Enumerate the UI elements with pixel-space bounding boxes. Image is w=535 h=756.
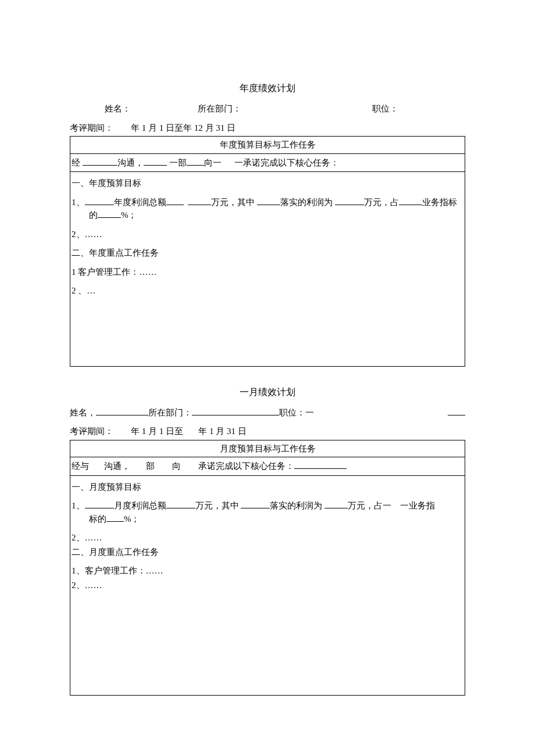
blank-field[interactable]	[257, 196, 280, 205]
annual-box-sub: 经 沟通， 一部向一 一承诺完成以下核心任务：	[70, 154, 465, 173]
t: 业务指标	[422, 198, 457, 207]
sub-p1: 经与	[72, 461, 89, 471]
blank-field[interactable]	[85, 500, 114, 508]
blank-field[interactable]	[83, 157, 117, 166]
sub-p1: 经	[72, 158, 83, 167]
sub-p4: 向一	[204, 158, 222, 167]
monthly-period-row: 考评期间： 年 1 月 1 日至 年 1 月 31 日	[70, 425, 465, 438]
t: 万元，其中	[195, 501, 241, 510]
period-text: 年 1 月 1 日至年 12 月 31 日	[131, 123, 236, 132]
t: 万元，其中	[211, 198, 257, 207]
annual-name-cell: 姓名：	[70, 102, 198, 116]
period-text2: 年 1 月 31 日	[198, 427, 247, 436]
blank-field[interactable]	[192, 407, 279, 415]
sub-p4: 向	[172, 461, 181, 471]
monthly-info-row: 姓名，所在部门：职位：一	[70, 406, 465, 420]
s2-line1: 1 客户管理工作：……	[72, 266, 463, 279]
monthly-title: 一月绩效计划	[70, 385, 465, 399]
annual-box-body: 一、年度预算目标 1、年度利润总额 万元，其中 落实的利润为 万元，占业务指标 …	[70, 172, 465, 366]
annual-pos-cell: 职位：	[372, 102, 465, 116]
t: 的	[89, 210, 98, 220]
s2-line2: 2 、…	[72, 284, 463, 298]
t: %；	[121, 210, 137, 220]
blank-field[interactable]	[188, 196, 211, 205]
blank-field[interactable]	[241, 500, 270, 508]
annual-dept-cell: 所在部门：	[198, 102, 372, 116]
m-s2-title: 二、月度重点工作任务	[72, 546, 463, 559]
sub-p5: 一承诺完成以下核心任务：	[234, 158, 339, 167]
t: 万元，占	[364, 198, 399, 207]
t: 1、	[72, 501, 85, 510]
sub-p2: 沟通，	[104, 461, 130, 471]
monthly-box: 月度预算目标与工作任务 经与 沟通， 部 向 承诺完成以下核心任务： 一、月度预…	[70, 440, 465, 696]
m-s1-line2: 2、……	[72, 531, 463, 544]
annual-period-row: 考评期间： 年 1 月 1 日至年 12 月 31 日	[70, 121, 465, 135]
period-prefix: 考评期间：	[70, 123, 113, 132]
blank-field[interactable]	[96, 407, 148, 415]
annual-title: 年度绩效计划	[70, 81, 465, 95]
label-pos: 职位：	[372, 102, 398, 116]
section-gap	[70, 367, 465, 385]
blank-field[interactable]	[144, 157, 167, 166]
label-dept: 所在部门：	[148, 408, 192, 417]
period-prefix: 考评期间：	[70, 427, 113, 436]
t: 年度利润总额	[114, 198, 166, 207]
s1-line1-cont: 的%；	[72, 209, 463, 222]
t: 1、	[72, 198, 85, 207]
m-s2-line1: 1、客户管理工作：……	[72, 564, 463, 578]
s1-line2: 2、……	[72, 228, 463, 241]
m-s2-line2: 2、……	[72, 579, 463, 592]
t: 月度利润总额	[114, 501, 166, 510]
t: 标的	[89, 514, 106, 524]
sub-p2: 沟通，	[117, 158, 144, 167]
label-name: 姓名，	[70, 408, 96, 417]
monthly-box-sub: 经与 沟通， 部 向 承诺完成以下核心任务：	[70, 457, 465, 476]
t: 万元，占一	[348, 501, 391, 510]
s1-line1: 1、年度利润总额 万元，其中 落实的利润为 万元，占业务指标 的%；	[72, 196, 463, 222]
t: 落实的利润为	[280, 198, 335, 207]
annual-box-header: 年度预算目标与工作任务	[70, 137, 465, 154]
blank-field[interactable]	[166, 500, 195, 508]
blank-field[interactable]	[106, 513, 124, 522]
m-s1-line1-cont: 标的%；	[72, 513, 463, 526]
t: 一业务指	[400, 501, 435, 510]
monthly-box-header: 月度预算目标与工作任务	[70, 440, 465, 458]
period-text1: 年 1 月 1 日至	[131, 427, 183, 436]
m-s1-line1: 1、月度利润总额万元，其中 落实的利润为 万元，占一 一业务指 标的%；	[72, 499, 463, 525]
blank-field[interactable]	[324, 500, 348, 508]
spacer	[72, 597, 463, 690]
blank-field[interactable]	[85, 196, 114, 205]
annual-info-row: 姓名： 所在部门： 职位：	[70, 102, 465, 116]
blank-field[interactable]	[98, 209, 121, 218]
label-pos: 职位：一	[279, 408, 314, 417]
s2-title: 二、年度重点工作任务	[72, 246, 463, 260]
m-s1-title: 一、月度预算目标	[72, 481, 463, 494]
blank-field[interactable]	[294, 460, 347, 469]
t: 落实的利润为	[270, 501, 324, 510]
label-dept: 所在部门：	[198, 102, 241, 116]
sub-p5: 承诺完成以下核心任务：	[198, 461, 294, 471]
blank-field[interactable]	[448, 407, 465, 415]
blank-field[interactable]	[335, 196, 364, 205]
t: %；	[124, 514, 140, 524]
label-name: 姓名：	[105, 102, 131, 116]
blank-field[interactable]	[187, 157, 204, 166]
blank-field[interactable]	[166, 196, 184, 205]
s1-title: 一、年度预算目标	[72, 177, 463, 190]
sub-p3: 一部	[167, 158, 187, 167]
spacer	[72, 303, 463, 361]
monthly-box-body: 一、月度预算目标 1、月度利润总额万元，其中 落实的利润为 万元，占一 一业务指…	[70, 476, 465, 696]
sub-p3: 部	[146, 461, 155, 471]
annual-box: 年度预算目标与工作任务 经 沟通， 一部向一 一承诺完成以下核心任务： 一、年度…	[70, 136, 465, 367]
blank-field[interactable]	[399, 196, 422, 205]
